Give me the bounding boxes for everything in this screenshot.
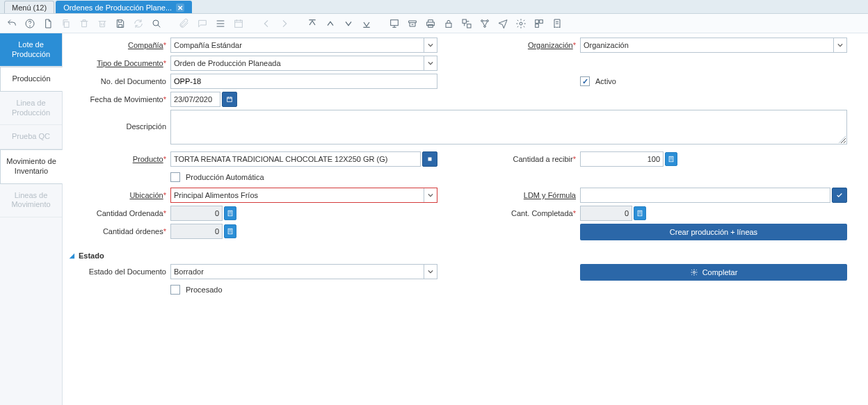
label-cant-completada: Cant. Completada* [479, 209, 580, 217]
sidetab-lote[interactable]: Lote de Producción [0, 33, 62, 67]
sidetab-mov-inventario[interactable]: Movimiento de Inventario [0, 149, 62, 184]
delete-icon [78, 17, 90, 30]
delete-selection-icon [96, 17, 108, 30]
lock-icon[interactable] [442, 17, 455, 30]
svg-rect-20 [228, 229, 232, 234]
label-procesado: Procesado [186, 286, 223, 294]
svg-rect-16 [536, 24, 539, 27]
tab-current[interactable]: Ordenes de Producción Plane... ✕ [56, 1, 192, 13]
svg-rect-17 [227, 97, 232, 101]
chevron-down-icon[interactable] [833, 38, 846, 52]
tipo-documento-combo[interactable]: Orden de Producción Planeada [170, 56, 437, 71]
crear-produccion-button[interactable]: Crear producción + líneas [580, 224, 847, 240]
workflow-icon[interactable] [479, 17, 491, 30]
label-tipo-documento: Tipo de Documento* [70, 59, 170, 67]
compania-combo[interactable]: Compañía Estándar [170, 38, 437, 53]
caret-down-icon: ◢ [70, 252, 74, 259]
svg-rect-5 [391, 19, 399, 25]
chevron-down-icon[interactable] [424, 56, 436, 70]
label-cantidad-ordenada: Cantidad Ordenada* [70, 209, 170, 217]
descripcion-textarea[interactable] [170, 110, 847, 144]
attach-icon [178, 17, 191, 30]
send-icon[interactable] [497, 17, 509, 30]
report-icon[interactable] [388, 17, 401, 30]
completar-button[interactable]: Completar [580, 264, 847, 281]
form-panel: Compañía* Compañía Estándar Tipo de Docu… [63, 33, 868, 405]
calc-icon[interactable] [665, 152, 677, 166]
nav-next-icon [278, 17, 291, 30]
vertical-tabs: Lote de Producción Producción Linea de P… [0, 33, 63, 405]
svg-point-23 [693, 272, 695, 274]
svg-rect-2 [64, 22, 69, 27]
activo-checkbox[interactable] [580, 76, 590, 86]
ubicacion-combo[interactable]: Principal Alimentos Fríos [170, 188, 437, 203]
compania-value: Compañía Estándar [174, 41, 424, 49]
archive-icon[interactable] [406, 17, 419, 30]
fecha-movimiento-input[interactable]: 23/07/2020 [170, 92, 220, 107]
label-compania: Compañía* [70, 41, 170, 49]
cantidad-recibir-input[interactable]: 100 [580, 151, 664, 167]
prev-record-icon[interactable] [324, 17, 337, 30]
list-icon[interactable] [214, 17, 227, 30]
sidetab-prueba-qc: Prueba QC [0, 125, 62, 149]
search-icon[interactable] [150, 17, 163, 30]
product-info-icon[interactable] [533, 17, 545, 30]
calc-icon[interactable] [634, 206, 646, 220]
chevron-down-icon[interactable] [424, 265, 436, 279]
label-ldm-formula: LDM y Fórmula [479, 191, 580, 199]
sidetab-linea-produccion: Linea de Producción [0, 92, 62, 126]
label-descripcion: Descripción [70, 111, 170, 131]
producto-combo[interactable]: TORTA RENATA TRADICIONAL CHOCOLATE 12X25… [170, 151, 421, 167]
sidetab-produccion[interactable]: Producción [0, 67, 62, 92]
section-estado[interactable]: ◢ Estado [70, 251, 847, 260]
undo-icon[interactable] [6, 17, 18, 30]
next-record-icon[interactable] [342, 17, 355, 30]
no-documento-input[interactable]: OPP-18 [170, 74, 437, 89]
estado-documento-combo[interactable]: Borrador [170, 264, 437, 279]
label-no-documento: No. del Documento [70, 77, 170, 85]
calendar-icon [232, 17, 245, 30]
label-produccion-automatica: Producción Automática [186, 173, 264, 181]
ldm-help-button[interactable] [832, 188, 847, 203]
label-activo: Activo [595, 77, 616, 85]
tab-menu[interactable]: Menú (12) [4, 1, 54, 13]
produccion-automatica-checkbox[interactable] [170, 172, 180, 182]
chat-icon [196, 17, 209, 30]
save-icon[interactable] [114, 17, 127, 30]
sidetab-lineas-mov: Lineas de Movimiento [0, 184, 62, 218]
svg-rect-19 [228, 210, 232, 216]
label-estado-documento: Estado del Documento [70, 267, 170, 276]
calendar-button[interactable] [222, 92, 237, 107]
new-icon[interactable] [42, 17, 54, 30]
svg-point-1 [30, 25, 31, 26]
label-ubicacion: Ubicación* [70, 191, 170, 199]
ldm-formula-combo[interactable] [580, 188, 830, 203]
calc-icon[interactable] [224, 206, 236, 220]
procesado-checkbox[interactable] [170, 285, 180, 295]
svg-point-10 [481, 19, 483, 22]
chevron-down-icon[interactable] [424, 188, 436, 202]
svg-rect-9 [467, 24, 471, 27]
svg-rect-22 [638, 210, 642, 216]
label-cantidad-ordenes: Cantidad órdenes* [70, 227, 170, 235]
gear-icon[interactable] [515, 17, 527, 30]
chevron-down-icon[interactable] [424, 38, 436, 52]
svg-rect-14 [536, 19, 539, 23]
last-record-icon[interactable] [360, 17, 373, 30]
svg-rect-15 [540, 19, 543, 23]
receipt-icon[interactable] [551, 17, 563, 30]
organizacion-combo[interactable]: Organización [580, 38, 847, 53]
svg-rect-7 [446, 23, 451, 27]
svg-point-12 [484, 25, 486, 27]
zoom-icon[interactable] [460, 17, 473, 30]
svg-point-11 [487, 19, 489, 22]
gear-icon [690, 268, 698, 276]
svg-rect-4 [235, 20, 243, 27]
print-icon[interactable] [424, 17, 437, 30]
close-icon[interactable]: ✕ [176, 3, 184, 12]
calc-icon[interactable] [224, 224, 236, 238]
label-producto: Producto* [70, 155, 170, 163]
help-icon[interactable] [24, 17, 36, 30]
first-record-icon[interactable] [306, 17, 319, 30]
product-help-button[interactable] [422, 151, 437, 167]
